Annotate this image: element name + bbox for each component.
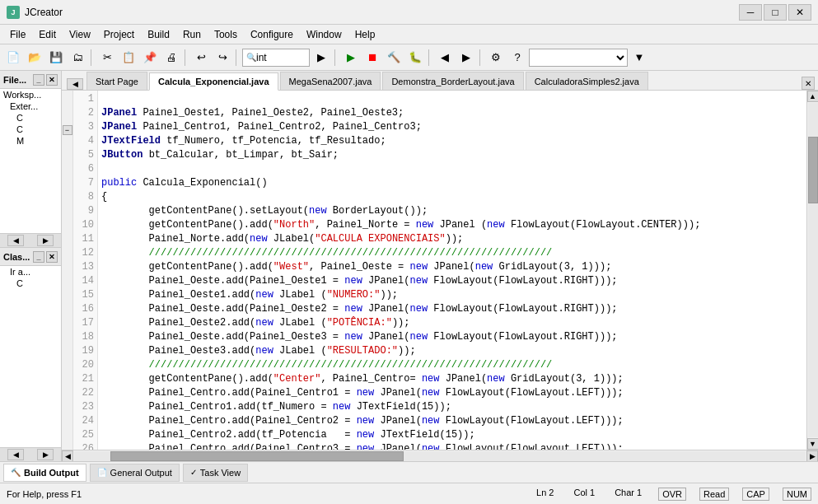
search-box[interactable]: 🔍 <box>242 49 310 67</box>
debug-button[interactable]: 🐛 <box>405 48 425 68</box>
open-button[interactable]: 📂 <box>25 48 44 68</box>
extern-item[interactable]: Exter... <box>0 100 61 112</box>
menu-item-tools[interactable]: Tools <box>208 27 244 42</box>
code-editor[interactable]: JPanel Painel_Oeste1, Painel_Oeste2, Pai… <box>98 91 806 450</box>
h-scroll-thumb[interactable] <box>110 451 403 461</box>
tab-calculadora[interactable]: CalculadoraSimples2.java <box>526 72 648 90</box>
stop-button[interactable]: ⏹ <box>362 48 382 68</box>
tab-calcula[interactable]: Calcula_Exponencial.java <box>149 72 278 91</box>
undo-button[interactable]: ↩ <box>191 48 211 68</box>
tree-label-m: M <box>16 136 24 146</box>
minimize-button[interactable]: ─ <box>739 4 762 21</box>
run-button[interactable]: ▶ <box>341 48 361 68</box>
h-scroll-track[interactable] <box>74 451 806 461</box>
maximize-button[interactable]: □ <box>764 4 787 21</box>
h-scroll-left-arrow[interactable]: ◀ <box>62 450 73 462</box>
menu-item-window[interactable]: Window <box>300 27 348 42</box>
app-icon-text: J <box>11 8 15 16</box>
tab-megasena[interactable]: MegaSena2007.java <box>280 72 381 90</box>
menu-item-configure[interactable]: Configure <box>244 27 300 42</box>
copy-button[interactable]: 📋 <box>119 48 138 68</box>
class-label-c: C <box>16 278 23 288</box>
tree-item-m[interactable]: M <box>0 135 61 147</box>
menu-item-build[interactable]: Build <box>141 27 176 42</box>
code-container: − 12345678910111213141516171819202122232… <box>62 91 818 450</box>
num-indicator: NUM <box>783 488 811 501</box>
save-button[interactable]: 💾 <box>46 48 66 68</box>
method-dropdown[interactable] <box>529 49 628 67</box>
menu-item-help[interactable]: Help <box>348 27 382 42</box>
gutter: − <box>62 91 73 450</box>
settings-button[interactable]: ⚙ <box>486 48 506 68</box>
scroll-thumb[interactable] <box>808 137 818 203</box>
tab-back-button[interactable]: ◀ <box>67 78 83 90</box>
forward-button[interactable]: ▶ <box>456 48 476 68</box>
panel-close-btn[interactable]: ✕ <box>46 74 58 86</box>
back-button[interactable]: ◀ <box>435 48 455 68</box>
tree-item-c1[interactable]: C <box>0 112 61 124</box>
tab-start-page[interactable]: Start Page <box>86 72 147 90</box>
scroll-down-arrow[interactable]: ▼ <box>807 438 819 450</box>
status-indicators: Ln 2 Col 1 Char 1 OVR Read CAP NUM <box>533 488 811 501</box>
class-panel-close-btn[interactable]: ✕ <box>46 251 58 263</box>
paste-button[interactable]: 📌 <box>140 48 160 68</box>
menu-item-run[interactable]: Run <box>176 27 208 42</box>
build-button[interactable]: 🔨 <box>384 48 404 68</box>
build-output-tab[interactable]: 🔨 Build Output <box>3 464 86 482</box>
menu-bar: FileEditViewProjectBuildRunToolsConfigur… <box>0 25 818 44</box>
tab-demonstra[interactable]: Demonstra_BorderLayout.java <box>382 72 523 90</box>
build-output-label: Build Output <box>24 468 79 478</box>
save-all-button[interactable]: 🗂 <box>68 48 87 68</box>
extern-label: Exter... <box>10 101 38 111</box>
tab-bar: ◀ Start Page Calcula_Exponencial.java Me… <box>62 71 818 91</box>
title-bar: J JCreator ─ □ ✕ <box>0 0 818 25</box>
collapse-btn[interactable]: − <box>63 125 72 135</box>
left-scroll-left[interactable]: ◀ <box>7 235 24 246</box>
menu-item-view[interactable]: View <box>63 27 97 42</box>
separator-4 <box>334 49 338 66</box>
col-indicator: Col 1 <box>570 488 598 501</box>
app-title: JCreator <box>25 7 739 18</box>
panel-minimize-btn[interactable]: _ <box>33 74 44 86</box>
tree-item-c2[interactable]: C <box>0 124 61 135</box>
class-item-ir[interactable]: Ir a... <box>0 266 61 278</box>
file-panel-header: File... _ ✕ <box>0 71 61 89</box>
help-button[interactable]: ? <box>507 48 527 68</box>
file-tree-panel: Worksp... Exter... C C M <box>0 89 61 233</box>
ln-indicator: Ln 2 <box>533 488 557 501</box>
menu-item-file[interactable]: File <box>3 27 32 42</box>
scroll-up-arrow[interactable]: ▲ <box>807 91 819 102</box>
horizontal-scrollbar[interactable]: ◀ ▶ <box>62 450 818 461</box>
print-button[interactable]: 🖨 <box>161 48 181 68</box>
workspace-label: Worksp... <box>3 90 41 100</box>
class-panel-title: Clas... <box>3 252 30 262</box>
tab-megasena-label: MegaSena2007.java <box>289 77 372 86</box>
task-view-tab[interactable]: ✓ Task View <box>183 464 248 482</box>
workspace-item[interactable]: Worksp... <box>0 89 61 100</box>
class-scroll-left[interactable]: ◀ <box>7 449 24 460</box>
search-input[interactable] <box>256 52 306 63</box>
help-text: For Help, press F1 <box>7 489 533 499</box>
cut-button[interactable]: ✂ <box>97 48 117 68</box>
close-button[interactable]: ✕ <box>788 4 811 21</box>
general-output-icon: 📄 <box>97 468 107 477</box>
general-output-tab[interactable]: 📄 General Output <box>90 464 180 482</box>
tab-demonstra-label: Demonstra_BorderLayout.java <box>391 77 514 86</box>
class-scroll-right[interactable]: ▶ <box>37 449 54 460</box>
close-tab-button[interactable]: ✕ <box>802 77 815 90</box>
vertical-scrollbar[interactable]: ▲ ▼ <box>806 91 818 450</box>
left-scroll-right[interactable]: ▶ <box>37 235 54 246</box>
class-panel-buttons: _ ✕ <box>33 251 58 263</box>
redo-button[interactable]: ↪ <box>213 48 232 68</box>
scroll-track[interactable] <box>808 103 818 437</box>
class-item-c[interactable]: C <box>0 278 61 289</box>
build-output-icon: 🔨 <box>11 468 21 477</box>
menu-item-project[interactable]: Project <box>97 27 141 42</box>
panel-header-buttons: _ ✕ <box>33 74 58 86</box>
class-panel-minimize-btn[interactable]: _ <box>33 251 44 263</box>
menu-item-edit[interactable]: Edit <box>32 27 63 42</box>
new-button[interactable]: 📄 <box>3 48 23 68</box>
search-go-button[interactable]: ▶ <box>311 48 331 68</box>
h-scroll-right-arrow[interactable]: ▶ <box>806 450 818 462</box>
dropdown-arrow[interactable]: ▼ <box>629 48 649 68</box>
